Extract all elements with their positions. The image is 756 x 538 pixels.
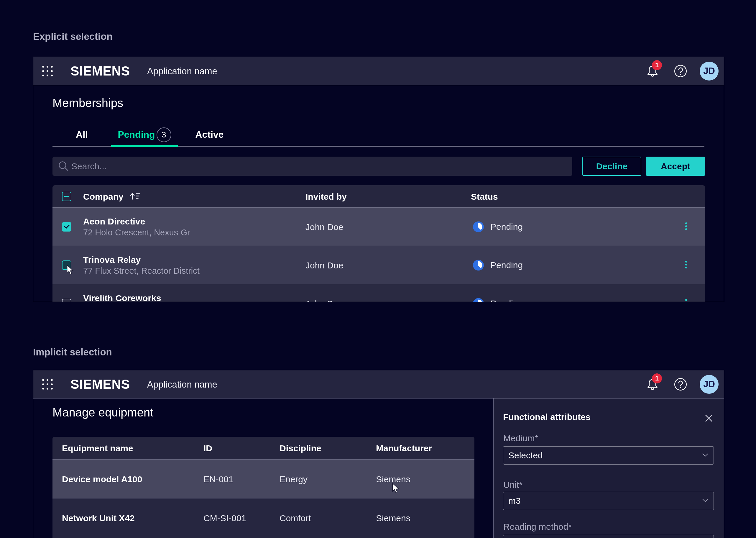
row-checkbox[interactable] [62,299,71,302]
tab-all-label: All [76,129,88,140]
table-row[interactable]: Device model A100 EN-001 Energy Siemens [52,459,475,498]
row-context-menu-icon[interactable] [685,222,687,232]
tab-active[interactable]: Active [178,125,241,145]
invited-by-value: John Doe [305,260,343,270]
column-header-id[interactable]: ID [203,443,212,453]
row-context-menu-icon[interactable] [685,299,687,302]
user-avatar[interactable]: JD [700,62,719,81]
user-avatar[interactable]: JD [700,375,719,394]
mouse-cursor [67,265,74,276]
siemens-logo: SIEMENS [71,65,130,78]
tab-all[interactable]: All [52,125,111,145]
notifications-button[interactable]: 1 [646,65,659,78]
app-header: SIEMENS Application name 1 JD [33,57,724,85]
equipment-table: Equipment name ID Discipline Manufacture… [52,437,475,538]
notifications-button[interactable]: 1 [646,378,659,391]
siemens-logo: SIEMENS [71,378,130,391]
tab-pending-label: Pending [118,129,155,140]
company-name: Virelith Coreworks [83,293,161,302]
column-header-manufacturer[interactable]: Manufacturer [376,443,432,453]
status-value: Pending [490,298,523,302]
column-header-company-label: Company [83,191,124,201]
section-label-explicit: Explicit selection [33,31,113,41]
field-label-unit: Unit* [503,480,523,490]
panel-title: Functional attributes [503,412,590,422]
tab-pending[interactable]: Pending 3 [111,125,178,145]
equipment-name: Network Unit X42 [62,513,135,523]
column-header-equipment-name[interactable]: Equipment name [62,443,133,453]
reading-method-select[interactable] [503,535,714,538]
help-icon [674,378,687,391]
close-panel-button[interactable] [705,414,713,422]
field-label-reading-method: Reading method* [503,521,572,532]
chevron-down-icon [702,498,709,504]
equipment-manufacturer: Siemens [376,513,410,523]
row-context-menu-icon[interactable] [685,260,687,270]
column-header-status[interactable]: Status [471,191,498,201]
field-label-medium: Medium* [503,433,538,444]
help-button[interactable] [674,378,687,391]
notification-badge: 1 [652,60,662,70]
equipment-discipline: Comfort [279,513,311,523]
equipment-id: EN-001 [203,474,233,484]
help-icon [674,65,687,77]
status-cell: Pending [473,221,523,232]
mouse-cursor [392,483,400,495]
table-toolbar: Decline Accept [52,157,704,176]
pending-status-icon [473,221,484,232]
accept-button[interactable]: Accept [646,157,705,176]
equipment-window: SIEMENS Application name 1 JD Manage equ… [33,370,724,538]
equipment-manufacturer: Siemens [376,474,410,484]
search-input[interactable] [71,157,558,176]
status-value: Pending [490,222,523,232]
table-row[interactable]: Network Unit X42 CM-SI-001 Comfort Sieme… [52,498,475,537]
search-field [52,157,572,176]
memberships-window: SIEMENS Application name 1 JD Membership… [33,57,724,302]
table-row[interactable]: Trinova Relay 77 Flux Street, Reactor Di… [52,246,705,284]
application-name: Application name [147,380,217,389]
table-row[interactable]: Aeon Directive 72 Holo Crescent, Nexus G… [52,207,705,246]
column-header-company[interactable]: Company [83,191,141,201]
medium-select-value: Selected [508,451,543,460]
company-name: Aeon Directive [83,217,145,227]
section-label-implicit: Implicit selection [33,347,112,357]
memberships-table: Company Invited by Status Aeon Directive… [52,185,705,302]
application-name: Application name [147,66,217,76]
select-all-checkbox[interactable] [62,192,71,201]
pending-status-icon [473,260,484,270]
column-header-discipline[interactable]: Discipline [279,443,322,453]
table-header-row: Equipment name ID Discipline Manufacture… [52,437,475,459]
row-checkbox[interactable] [62,222,71,232]
unit-select[interactable]: m3 [503,492,714,510]
app-launcher-icon[interactable] [42,66,53,78]
medium-select[interactable]: Selected [503,446,714,464]
tab-bar: All Pending 3 Active [52,125,704,147]
column-header-invited-by[interactable]: Invited by [305,191,347,201]
status-cell: Pending [473,298,523,302]
chevron-down-icon [702,453,709,458]
equipment-name: Device model A100 [62,474,142,484]
sort-ascending-icon [130,192,141,200]
table-header-row: Company Invited by Status [52,185,705,207]
notification-badge: 1 [652,373,662,383]
search-icon [58,160,70,174]
help-button[interactable] [674,65,687,77]
pending-status-icon [473,298,484,302]
table-row[interactable]: Virelith Coreworks John Doe Pending [52,284,705,302]
invited-by-value: John Doe [305,222,343,232]
page-title: Manage equipment [52,406,153,418]
status-cell: Pending [473,260,523,270]
company-address: 77 Flux Street, Reactor District [83,266,200,276]
app-header: SIEMENS Application name 1 JD [33,370,724,399]
tab-active-label: Active [195,129,224,140]
page-title: Memberships [52,97,123,109]
company-name: Trinova Relay [83,255,141,265]
active-tab-indicator [111,145,178,147]
invited-by-value: John Doe [305,298,343,302]
app-launcher-icon[interactable] [42,379,53,391]
equipment-discipline: Energy [279,474,308,484]
company-address: 72 Holo Crescent, Nexus Gr [83,228,190,238]
unit-select-value: m3 [508,496,521,506]
equipment-id: CM-SI-001 [203,513,246,523]
decline-button[interactable]: Decline [582,157,641,176]
